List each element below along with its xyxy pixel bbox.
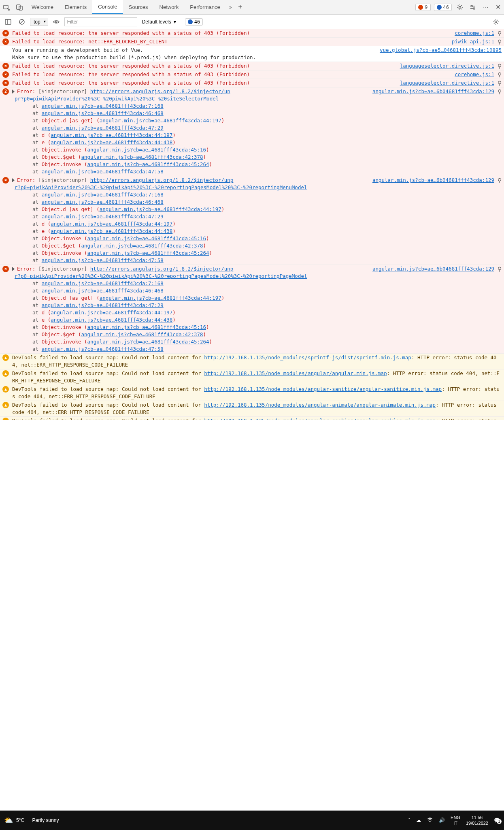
expand-icon[interactable] [12, 267, 15, 271]
magnify-icon[interactable]: ⚲ [498, 88, 502, 95]
error-count-badge[interactable]: 9 [415, 4, 430, 11]
tab-performance[interactable]: Performance [184, 0, 225, 14]
source-link[interactable]: corehome.js:1 [455, 30, 494, 37]
tray-onedrive-icon[interactable]: ☁ [416, 817, 421, 823]
expand-icon[interactable] [12, 90, 15, 94]
tray-chevron-icon[interactable]: ˄ [408, 817, 410, 823]
stack-link[interactable]: angular.min.js?cb=ae…4681fff43cda:45:16 [87, 147, 206, 153]
error-url[interactable]: http://errors.angularjs.org/1.8.2/$injec… [90, 177, 234, 183]
more-icon[interactable]: ··· [479, 0, 492, 14]
filter-input[interactable] [64, 17, 137, 26]
error-url[interactable]: http://errors.angularjs.org/1.8.2/$injec… [90, 88, 230, 94]
source-link[interactable]: languageselector.directive.js:1 [400, 62, 494, 70]
stack-link[interactable]: angular.min.js?cb=ae…4681fff43cda:46:468 [42, 110, 164, 116]
issues-count-badge[interactable]: 46 [434, 4, 452, 11]
magnify-icon[interactable]: ⚲ [498, 79, 502, 87]
stack-link[interactable]: angular.min.js?cb=ae…04681fff43cda:47:29 [42, 302, 164, 308]
log-row[interactable]: ✖ Failed to load resource: the server re… [0, 62, 504, 70]
stack-link[interactable]: angular.min.js?cb=ae…4681fff43cda:44:438 [51, 317, 172, 323]
log-row[interactable]: You are running a development build of V… [0, 46, 504, 62]
log-row[interactable]: ✖ Failed to load resource: the server re… [0, 70, 504, 79]
error-url-cont[interactable]: r?p0=piwikApiProvider%20%3C-%20piwikApi%… [15, 273, 307, 279]
log-row[interactable]: ✖ Failed to load resource: net::ERR_BLOC… [0, 38, 504, 46]
error-url-cont[interactable]: r?p0=piwikApiProvider%20%3C-%20piwikApi%… [15, 184, 307, 190]
add-tab-icon[interactable]: + [235, 0, 246, 14]
tab-elements[interactable]: Elements [59, 0, 92, 14]
stack-link[interactable]: angular.min.js?cb=ae…04681fff43cda:47:29 [42, 125, 164, 131]
magnify-icon[interactable]: ⚲ [498, 177, 502, 184]
stack-link[interactable]: angular.min.js?cb=ae…4681fff43cda:44:197 [100, 117, 221, 124]
error-url-cont[interactable]: pr?p0=piwikApiProvider%20%3C-%20piwikApi… [15, 96, 219, 102]
log-row[interactable]: ✖ Error: [$injector:unpr] http://errors.… [0, 176, 504, 265]
stack-link[interactable]: angular.min.js?cb=ae…4681fff43cda:44:197 [51, 221, 172, 227]
tab-network[interactable]: Network [154, 0, 185, 14]
tab-sources[interactable]: Sources [123, 0, 154, 14]
sourcemap-url[interactable]: http://192.168.1.135/node_modules/angula… [204, 386, 442, 392]
log-row[interactable]: ▲ DevTools failed to load source map: Co… [0, 369, 504, 385]
live-eye-icon[interactable] [51, 17, 62, 27]
stack-link[interactable]: angular.min.js?cb=ae…4681fff43cda:44:197 [51, 309, 172, 316]
stack-link[interactable]: angular.min.js?cb=ae…4681fff43cda:45:264 [87, 161, 209, 167]
stack-link[interactable]: angular.min.js?cb=ae…4681fff43cda:44:438 [51, 139, 172, 145]
log-row[interactable]: ▲ DevTools failed to load source map: Co… [0, 385, 504, 401]
levels-dropdown[interactable]: Default levels [142, 19, 176, 25]
log-row[interactable]: ✖ Failed to load resource: the server re… [0, 29, 504, 38]
source-link[interactable]: corehome.js:1 [455, 71, 494, 78]
toggle-sidebar-icon[interactable] [2, 17, 14, 27]
stack-link[interactable]: angular.min.js?cb=ae…04681fff43cda:47:58 [42, 169, 164, 175]
stack-link[interactable]: angular.min.js?cb=ae…4681fff43cda:42:378 [81, 243, 203, 249]
tray-volume-icon[interactable]: 🔊 [439, 817, 445, 823]
source-link[interactable]: vue.global.js?cb=ae5…04681fff43cda:10895 [380, 47, 502, 54]
stack-link[interactable]: angular.min.js?cb=ae…4681fff43cda:42:378 [81, 154, 203, 160]
settings-icon[interactable] [453, 0, 466, 14]
stack-link[interactable]: angular.min.js?cb=ae…4681fff43cda:46:468 [42, 199, 164, 205]
stack-link[interactable]: angular.min.js?cb=ae…04681fff43cda:7:168 [42, 192, 164, 198]
tab-welcome[interactable]: Welcome [26, 0, 59, 14]
sourcemap-url[interactable]: http://192.168.1.135/node_modules/angula… [204, 402, 436, 408]
source-link[interactable]: angular.min.js?cb=ae…6b04681fff43cda:129 [372, 177, 494, 184]
customize-icon[interactable] [466, 0, 479, 14]
source-link[interactable]: angular.min.js?cb=ae…6b04681fff43cda:129 [372, 88, 494, 95]
stack-link[interactable]: angular.min.js?cb=ae…4681fff43cda:44:197 [100, 206, 221, 212]
source-link[interactable]: piwik-api.js:1 [452, 38, 494, 45]
magnify-icon[interactable]: ⚲ [498, 62, 502, 70]
error-url[interactable]: http://errors.angularjs.org/1.8.2/$injec… [90, 266, 234, 272]
stack-link[interactable]: angular.min.js?cb=ae…4681fff43cda:45:16 [87, 324, 206, 330]
sourcemap-url[interactable]: http://192.168.1.135/node_modules/angula… [204, 370, 387, 376]
clear-console-icon[interactable] [16, 17, 28, 27]
more-tabs-icon[interactable]: » [226, 0, 235, 14]
weather-widget[interactable]: ⛅ 5°C Partly sunny [4, 816, 59, 825]
log-row[interactable]: ✖ Failed to load resource: the server re… [0, 79, 504, 87]
magnify-icon[interactable]: ⚲ [498, 30, 502, 37]
device-toggle-icon[interactable] [13, 0, 26, 14]
stack-link[interactable]: angular.min.js?cb=ae…4681fff43cda:46:468 [42, 288, 164, 294]
stack-link[interactable]: angular.min.js?cb=ae…4681fff43cda:45:264 [87, 339, 209, 345]
magnify-icon[interactable]: ⚲ [498, 71, 502, 78]
source-link[interactable]: angular.min.js?cb=ae…6b04681fff43cda:129 [372, 265, 494, 273]
log-row[interactable]: 2 Error: [$injector:unpr] http://errors.… [0, 87, 504, 176]
stack-link[interactable]: angular.min.js?cb=ae…04681fff43cda:47:29 [42, 213, 164, 220]
tab-console[interactable]: Console [92, 0, 123, 14]
log-row[interactable]: ▲ DevTools failed to load source map: Co… [0, 401, 504, 417]
tray-wifi-icon[interactable] [427, 817, 433, 824]
stack-link[interactable]: angular.min.js?cb=ae…4681fff43cda:42:378 [81, 331, 203, 337]
console-settings-icon[interactable] [490, 17, 502, 27]
context-dropdown[interactable]: top [30, 18, 48, 26]
magnify-icon[interactable]: ⚲ [498, 265, 502, 273]
stack-link[interactable]: angular.min.js?cb=ae…04681fff43cda:7:168 [42, 280, 164, 286]
stack-link[interactable]: angular.min.js?cb=ae…04681fff43cda:7:168 [42, 103, 164, 109]
log-row[interactable]: ✖ Error: [$injector:unpr] http://errors.… [0, 265, 504, 354]
stack-link[interactable]: angular.min.js?cb=ae…4681fff43cda:45:264 [87, 250, 209, 256]
stack-link[interactable]: angular.min.js?cb=ae…4681fff43cda:44:197 [51, 132, 172, 138]
hidden-issues-badge[interactable]: 46 [185, 18, 203, 26]
stack-link[interactable]: angular.min.js?cb=ae…4681fff43cda:44:438 [51, 228, 172, 234]
stack-link[interactable]: angular.min.js?cb=ae…04681fff43cda:47:58 [42, 346, 164, 352]
tray-language[interactable]: ENGIT [451, 815, 460, 826]
stack-link[interactable]: angular.min.js?cb=ae…4681fff43cda:44:197 [100, 295, 221, 301]
tray-clock[interactable]: 11:5619/01/2022 [466, 815, 488, 826]
source-link[interactable]: languageselector.directive.js:1 [400, 79, 494, 87]
log-row[interactable]: ▲ DevTools failed to load source map: Co… [0, 354, 504, 369]
stack-link[interactable]: angular.min.js?cb=ae…4681fff43cda:45:16 [87, 235, 206, 241]
inspect-icon[interactable] [0, 0, 13, 14]
log-row[interactable]: ▲ DevTools failed to load source map: Co… [0, 417, 504, 420]
